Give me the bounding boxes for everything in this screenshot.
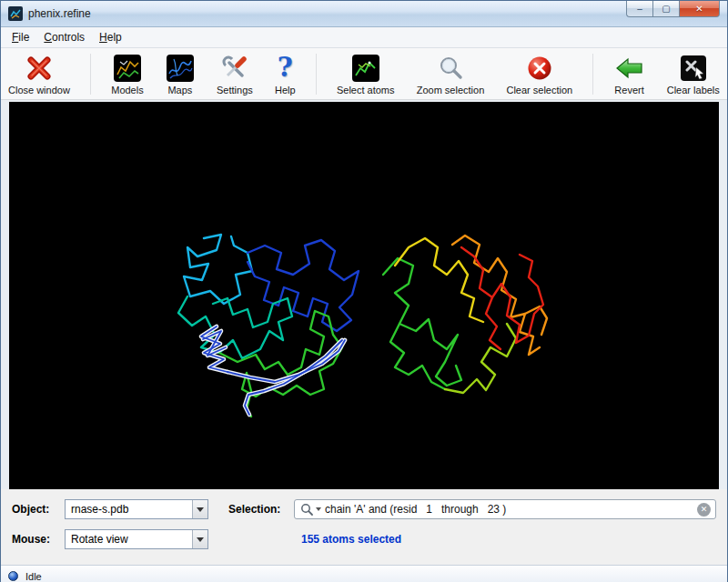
select-atoms-button[interactable]: Select atoms [334,51,398,97]
maps-icon [166,52,195,84]
app-window: phenix.refine – ▢ ✕ File Controls Help C… [0,0,728,582]
object-dropdown[interactable]: rnase-s.pdb [65,499,208,519]
help-icon: ? [278,52,293,84]
object-label: Object: [12,503,65,516]
clear-selection-icon [527,52,552,84]
menu-controls[interactable]: Controls [36,28,92,46]
status-text: Idle [25,571,42,582]
atoms-selected-text: 155 atoms selected [301,533,401,546]
models-icon [113,52,142,84]
menu-bar: File Controls Help [1,27,727,48]
toolbar-label: Help [275,85,296,95]
maximize-button[interactable]: ▢ [652,1,679,17]
bottom-controls: Object: rnase-s.pdb Selection: ✕ Mouse: [1,489,727,565]
window-title: phenix.refine [28,7,91,20]
toolbar-label: Models [111,85,143,95]
clear-labels-icon [680,52,707,84]
settings-icon [220,52,249,84]
mouse-dropdown-value: Rotate view [66,533,192,546]
status-bar: Idle [1,565,727,582]
help-button[interactable]: ? Help [272,51,298,97]
selection-searchbox[interactable]: ✕ [294,499,716,519]
menu-help[interactable]: Help [92,28,129,46]
toolbar-label: Clear selection [506,85,572,95]
toolbar-label: Maps [167,85,192,95]
toolbar-label: Zoom selection [417,85,485,95]
search-icon [300,503,314,517]
close-window-icon [25,52,53,84]
toolbar-separator [90,54,91,95]
toolbar-separator [592,54,593,95]
mouse-label: Mouse: [12,533,65,546]
revert-button[interactable]: Revert [612,51,648,97]
molecule-viewport[interactable] [9,102,719,489]
select-atoms-icon [351,52,380,84]
chevron-down-icon[interactable] [192,530,207,548]
toolbar-separator [316,54,317,95]
object-dropdown-value: rnase-s.pdb [66,503,192,516]
toolbar-label: Select atoms [337,85,395,95]
toolbar-label: Close window [8,85,70,95]
chevron-down-icon[interactable] [192,500,207,518]
clear-selection-button[interactable]: Clear selection [503,51,575,97]
menu-file[interactable]: File [5,28,36,46]
settings-button[interactable]: Settings [214,51,256,97]
zoom-selection-icon [437,52,464,84]
clear-labels-button[interactable]: Clear labels [664,51,723,97]
revert-icon [614,52,645,84]
app-icon [8,6,23,21]
zoom-selection-button[interactable]: Zoom selection [414,51,488,97]
status-indicator-icon [8,571,18,581]
toolbar: Close window Models [1,48,727,100]
molecule-structure [9,102,719,489]
toolbar-label: Revert [614,85,643,95]
mouse-dropdown[interactable]: Rotate view [65,529,208,549]
models-button[interactable]: Models [108,51,146,97]
selection-label: Selection: [228,503,294,516]
toolbar-label: Settings [217,85,253,95]
minimize-button[interactable]: – [626,1,652,17]
close-window-button[interactable]: Close window [5,51,73,97]
maps-button[interactable]: Maps [163,51,197,97]
close-button[interactable]: ✕ [679,1,720,17]
toolbar-label: Clear labels [667,85,720,95]
title-bar[interactable]: phenix.refine – ▢ ✕ [1,1,727,27]
selection-input[interactable] [321,503,697,516]
clear-text-icon[interactable]: ✕ [697,503,711,517]
